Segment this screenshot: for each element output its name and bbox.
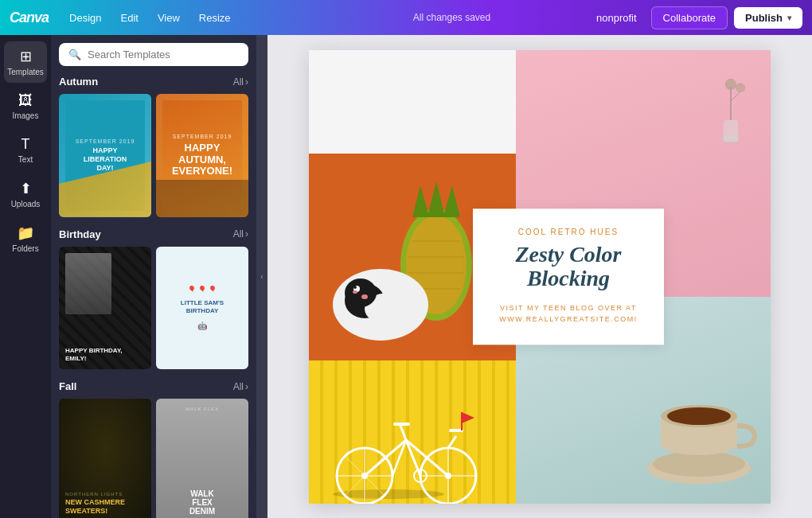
topbar: Canva Design Edit View Resize All change… bbox=[0, 0, 812, 35]
template-card[interactable]: NORTHERN LIGHTS NEW CASHMERESWEATERS! bbox=[59, 399, 151, 518]
template-card[interactable]: SEPTEMBER 2019 HAPPYAUTUMN,EVERYONE! bbox=[156, 94, 248, 217]
svg-line-39 bbox=[448, 436, 456, 448]
section-birthday-header: Birthday All › bbox=[59, 228, 248, 240]
photo-top-left bbox=[309, 50, 516, 154]
text-icon: T bbox=[21, 136, 30, 153]
uploads-label: Uploads bbox=[11, 200, 41, 208]
nav-view[interactable]: View bbox=[150, 8, 188, 28]
fall-template-grid: NORTHERN LIGHTS NEW CASHMERESWEATERS! WA… bbox=[59, 399, 248, 518]
svg-marker-42 bbox=[462, 412, 474, 423]
search-input[interactable] bbox=[88, 49, 239, 60]
nav-edit[interactable]: Edit bbox=[113, 8, 146, 28]
autumn-template-grid: SEPTEMBER 2019 HAPPYLIBERATIONDAY! SEPTE… bbox=[59, 94, 248, 217]
section-autumn-title: Autumn bbox=[59, 76, 98, 88]
section-fall-all[interactable]: All › bbox=[233, 381, 248, 392]
svg-point-49 bbox=[667, 407, 731, 425]
publish-label: Publish bbox=[745, 12, 783, 24]
chevron-left-icon: ‹ bbox=[260, 272, 263, 281]
publish-button[interactable]: Publish ▾ bbox=[734, 7, 802, 29]
svg-point-4 bbox=[725, 78, 736, 89]
sidebar-item-text[interactable]: T Text bbox=[4, 130, 47, 170]
search-bar[interactable]: 🔍 bbox=[59, 43, 248, 66]
uploads-icon: ⬆ bbox=[20, 180, 32, 197]
svg-rect-1 bbox=[724, 120, 738, 142]
svg-point-19 bbox=[353, 286, 357, 289]
collaborate-button[interactable]: Collaborate bbox=[651, 6, 728, 29]
section-autumn-header: Autumn All › bbox=[59, 76, 248, 88]
sidebar-item-images[interactable]: 🖼 Images bbox=[4, 86, 47, 127]
folders-icon: 📁 bbox=[17, 224, 34, 242]
flower-vase-image bbox=[707, 58, 755, 154]
svg-line-3 bbox=[731, 92, 740, 101]
publish-dropdown-arrow[interactable]: ▾ bbox=[787, 14, 791, 22]
folders-label: Folders bbox=[12, 244, 38, 253]
svg-line-37 bbox=[400, 426, 406, 440]
template-card[interactable]: SEPTEMBER 2019 HAPPYLIBERATIONDAY! bbox=[59, 94, 151, 217]
nav-design[interactable]: Design bbox=[61, 8, 109, 28]
canvas-area[interactable]: COOL RETRO HUES Zesty Color Blocking VIS… bbox=[267, 35, 812, 518]
section-fall-header: Fall All › bbox=[59, 380, 248, 392]
sidebar-icons: ⊞ Templates 🖼 Images T Text ⬆ Uploads 📁 … bbox=[0, 35, 51, 518]
topbar-right: nonprofit Collaborate Publish ▾ bbox=[588, 6, 802, 29]
svg-point-21 bbox=[353, 290, 357, 294]
chevron-right-icon: › bbox=[245, 381, 248, 392]
svg-point-20 bbox=[361, 294, 368, 299]
canva-logo[interactable]: Canva bbox=[10, 10, 49, 26]
svg-point-5 bbox=[736, 83, 745, 92]
images-icon: 🖼 bbox=[18, 92, 33, 109]
photo-bottom-left bbox=[309, 360, 516, 504]
section-autumn-all[interactable]: All › bbox=[233, 76, 248, 88]
sidebar-item-folders[interactable]: 📁 Folders bbox=[4, 218, 47, 259]
svg-point-17 bbox=[345, 278, 377, 307]
text-overlay-card: COOL RETRO HUES Zesty Color Blocking VIS… bbox=[473, 208, 664, 345]
templates-icon: ⊞ bbox=[20, 48, 32, 65]
panel-collapse-handle[interactable]: ‹ bbox=[256, 35, 267, 518]
save-status: All changes saved bbox=[325, 12, 579, 23]
topbar-nav: Design Edit View Resize bbox=[61, 8, 315, 28]
section-fall-title: Fall bbox=[59, 380, 76, 392]
main-layout: ⊞ Templates 🖼 Images T Text ⬆ Uploads 📁 … bbox=[0, 35, 812, 518]
templates-panel: 🔍 Autumn All › SEPTEMBER 2019 HAPPYLIBER… bbox=[51, 35, 256, 518]
card-subtitle: COOL RETRO HUES bbox=[495, 228, 642, 236]
templates-label: Templates bbox=[7, 68, 44, 76]
chevron-right-icon: › bbox=[245, 76, 248, 88]
card-title: Zesty Color Blocking bbox=[495, 243, 642, 292]
images-label: Images bbox=[13, 111, 39, 120]
template-card[interactable]: 🎈🎈🎈 LITTLE SAM'SBIRTHDAY 🤖 bbox=[156, 247, 248, 370]
nonprofit-label: nonprofit bbox=[588, 8, 645, 28]
section-birthday-all[interactable]: All › bbox=[233, 228, 248, 240]
template-card[interactable]: WALK FLEX WALKFLEXDENIM bbox=[156, 399, 248, 518]
template-card[interactable]: HAPPY BIRTHDAY,EMILY! bbox=[59, 247, 151, 370]
chevron-right-icon: › bbox=[245, 228, 248, 240]
section-birthday-title: Birthday bbox=[59, 228, 101, 240]
text-label: Text bbox=[18, 155, 33, 164]
card-body: VISIT MY TEEN BLOG OVER AT WWW.REALLYGRE… bbox=[495, 302, 642, 325]
birthday-template-grid: HAPPY BIRTHDAY,EMILY! 🎈🎈🎈 LITTLE SAM'SBI… bbox=[59, 247, 248, 370]
sidebar-item-templates[interactable]: ⊞ Templates bbox=[4, 41, 47, 83]
sidebar-item-uploads[interactable]: ⬆ Uploads bbox=[4, 173, 47, 215]
bicycle-image bbox=[309, 360, 516, 504]
nav-resize[interactable]: Resize bbox=[191, 8, 239, 28]
search-icon: 🔍 bbox=[68, 49, 81, 60]
canvas-content: COOL RETRO HUES Zesty Color Blocking VIS… bbox=[309, 50, 771, 504]
